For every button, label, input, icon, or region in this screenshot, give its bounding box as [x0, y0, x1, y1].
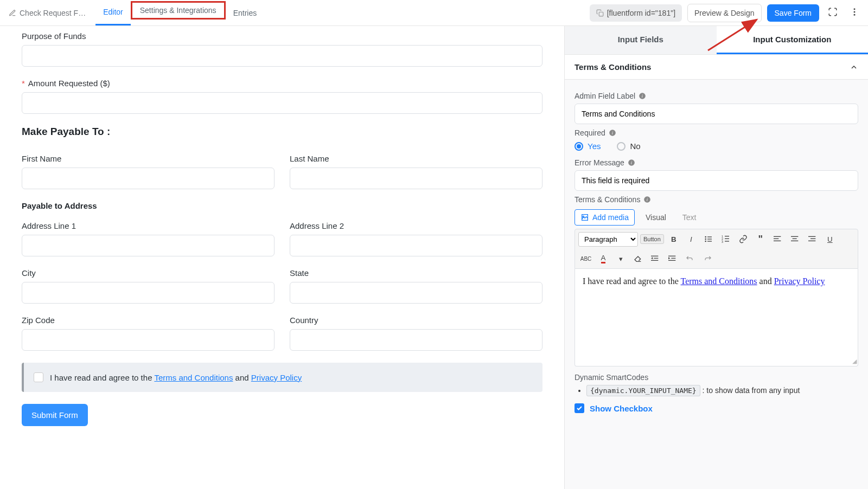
input-amount[interactable] — [22, 92, 542, 114]
admin-label: Admin Field Label i — [575, 92, 858, 100]
underline-button[interactable]: U — [822, 231, 838, 247]
error-input[interactable] — [575, 170, 858, 191]
terms-link-1[interactable]: Terms and Conditions — [154, 373, 233, 382]
clear-format-button[interactable] — [630, 251, 646, 266]
quote-button[interactable]: " — [753, 231, 768, 247]
svg-rect-36 — [651, 256, 658, 256]
indent-icon — [668, 254, 677, 263]
input-addr1[interactable] — [22, 235, 275, 256]
kebab-icon — [850, 7, 859, 17]
input-zip[interactable] — [22, 329, 275, 351]
svg-point-19 — [705, 241, 706, 242]
label-zip: Zip Code — [22, 316, 275, 325]
terms-field-block[interactable]: I have read and agree to the Terms and C… — [22, 363, 542, 392]
link-button[interactable] — [736, 231, 751, 247]
svg-rect-38 — [651, 260, 658, 261]
smartcode-code: {dynamic.YOUR_INPUT_NAME} — [586, 385, 700, 396]
undo-button[interactable] — [682, 251, 698, 266]
tab-editor[interactable]: Editor — [95, 0, 131, 25]
align-left-button[interactable] — [770, 231, 786, 247]
svg-rect-16 — [707, 236, 712, 237]
fullscreen-icon — [828, 7, 838, 17]
fullscreen-button[interactable] — [825, 4, 841, 22]
error-label: Error Message i — [575, 158, 858, 167]
align-center-icon — [791, 235, 800, 243]
number-list-button[interactable]: 123 — [718, 231, 733, 247]
terms-link-2[interactable]: Privacy Policy — [251, 373, 302, 382]
eraser-icon — [634, 254, 642, 263]
radio-yes[interactable]: Yes — [575, 141, 601, 151]
redo-icon — [703, 254, 712, 263]
outdent-button[interactable] — [648, 251, 663, 266]
indent-button[interactable] — [665, 251, 680, 266]
svg-rect-27 — [774, 236, 781, 237]
strike-button[interactable]: ABC — [578, 251, 593, 266]
main: Purpose of Funds *Amount Requested ($) M… — [0, 26, 868, 489]
svg-point-17 — [705, 239, 706, 240]
align-right-icon — [808, 235, 817, 243]
add-media-button[interactable]: Add media — [575, 209, 635, 226]
bold-button[interactable]: B — [666, 231, 681, 247]
bullet-list-button[interactable] — [701, 231, 716, 247]
align-center-button[interactable] — [788, 231, 803, 247]
svg-rect-22 — [725, 236, 729, 236]
visual-tab[interactable]: Visual — [640, 210, 672, 225]
svg-rect-30 — [791, 236, 798, 237]
more-button[interactable] — [846, 4, 863, 22]
preview-button[interactable]: Preview & Design — [687, 4, 762, 22]
input-last-name[interactable] — [290, 168, 542, 189]
side-tab-customization[interactable]: Input Customization — [717, 26, 869, 54]
form-title: Check Request F… — [5, 9, 89, 17]
required-radio-row: Yes No — [575, 141, 858, 151]
italic-button[interactable]: I — [684, 231, 699, 247]
redo-button[interactable] — [700, 251, 715, 266]
terms-checkbox[interactable] — [34, 372, 43, 382]
tab-settings[interactable]: Settings & Integrations — [131, 1, 226, 20]
editor-content[interactable]: I have read and agree to the Terms and C… — [575, 269, 858, 366]
show-checkbox-row[interactable]: Show Checkbox — [575, 403, 858, 413]
tab-entries[interactable]: Entries — [226, 0, 265, 25]
shortcode-button[interactable]: [fluentform id="181"] — [590, 4, 682, 22]
svg-point-15 — [705, 236, 706, 238]
topbar: Check Request F… Editor Settings & Integ… — [0, 0, 868, 26]
input-state[interactable] — [290, 282, 542, 304]
textcolor-button[interactable]: A — [596, 251, 611, 266]
svg-rect-42 — [668, 260, 675, 261]
submit-button[interactable]: Submit Form — [22, 404, 88, 426]
svg-rect-41 — [671, 258, 675, 259]
required-label: Required i — [575, 128, 858, 137]
label-first-name: First Name — [22, 154, 275, 163]
svg-rect-40 — [668, 256, 675, 256]
input-first-name[interactable] — [22, 168, 275, 189]
form-title-text: Check Request F… — [20, 9, 86, 17]
media-icon — [580, 213, 589, 222]
editor-link-1[interactable]: Terms and Conditions — [681, 276, 757, 286]
editor-link-2[interactable]: Privacy Policy — [774, 276, 825, 286]
save-button[interactable]: Save Form — [767, 4, 819, 22]
label-state: State — [290, 268, 542, 278]
required-asterisk: * — [22, 79, 25, 88]
align-right-button[interactable] — [805, 231, 820, 247]
label-addr1: Address Line 1 — [22, 221, 275, 230]
resize-handle-icon[interactable]: ◢ — [852, 358, 857, 365]
panel-header[interactable]: Terms & Conditions — [565, 55, 868, 80]
sidebar: Input Fields Input Customization Terms &… — [564, 26, 868, 489]
svg-rect-32 — [791, 241, 798, 241]
input-addr2[interactable] — [290, 235, 542, 256]
insert-button[interactable]: Button — [640, 234, 664, 244]
label-last-name: Last Name — [290, 154, 542, 163]
input-city[interactable] — [22, 282, 275, 304]
admin-label-input[interactable] — [575, 104, 858, 124]
link-icon — [739, 235, 748, 243]
side-tab-fields[interactable]: Input Fields — [565, 26, 717, 54]
radio-no[interactable]: No — [617, 141, 640, 151]
svg-rect-18 — [707, 239, 712, 239]
row-addr: Address Line 1 Address Line 2 — [22, 221, 542, 256]
input-purpose[interactable] — [22, 45, 542, 67]
input-country[interactable] — [290, 329, 542, 351]
textcolor-dropdown[interactable]: ▾ — [613, 251, 628, 266]
address-heading: Payable to Address — [22, 201, 542, 210]
panel-body: Admin Field Label i Required i Yes No Er… — [565, 80, 868, 489]
text-tab[interactable]: Text — [677, 210, 702, 225]
format-select[interactable]: Paragraph — [578, 232, 638, 247]
